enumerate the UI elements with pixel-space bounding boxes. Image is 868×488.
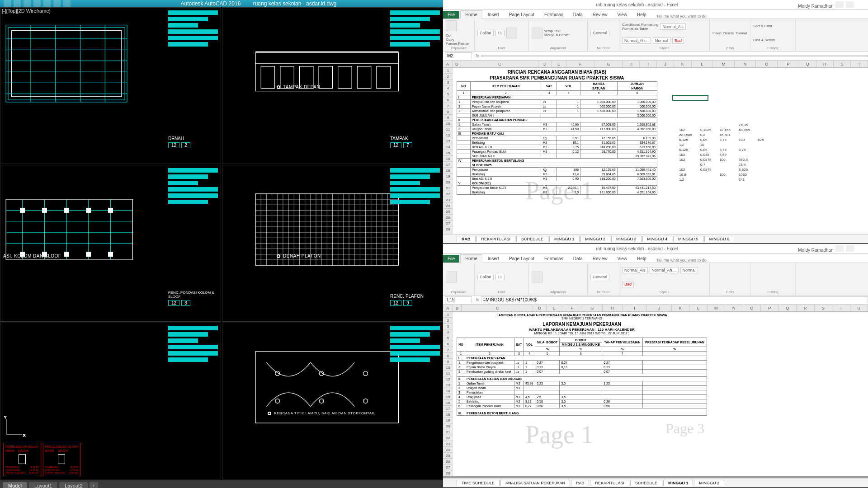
tab-review[interactable]: Review (588, 255, 612, 263)
svg-rect-0 (6, 25, 127, 102)
svg-rect-19 (319, 66, 332, 89)
sheet-tab[interactable]: SCHEDULE (630, 480, 662, 486)
tab-file[interactable]: File (443, 255, 459, 263)
paste-button[interactable] (446, 272, 457, 282)
drawing-panel-penulangan: PENULANGAN BALOK NAMABALOK TUMPUAN2 Ø 12… (0, 323, 221, 479)
sheet-tab[interactable]: RAB (457, 236, 476, 242)
redo-icon[interactable] (63, 0, 71, 7)
title-block (168, 326, 218, 464)
sheet-tabs: TIME SCHEDULEANALISA SATUAN PEKERJAANRAB… (443, 478, 868, 487)
svg-rect-37 (108, 208, 113, 212)
bold-button[interactable] (506, 28, 517, 38)
svg-text:X: X (23, 433, 26, 437)
minimize-icon[interactable] (835, 245, 844, 252)
title-block: RENC. PONDASI KOLOM & SLOOF 123 (168, 168, 218, 306)
drawing-panel-tampak: TAMPAK DEPAN TAMPAK 127 (222, 7, 443, 164)
drawing-panel-listrik: RENCANA TITIK LAMPU, SAKLAR DAN STOPKONT… (222, 323, 443, 479)
autocad-viewport[interactable]: [-][Top][2D Wireframe] DENAH 122 (0, 7, 443, 488)
svg-rect-35 (64, 208, 69, 212)
undo-icon[interactable] (53, 0, 61, 7)
svg-rect-1 (8, 27, 125, 100)
svg-point-91 (363, 399, 368, 403)
minimize-icon[interactable] (835, 1, 844, 8)
tab-review[interactable]: Review (588, 11, 612, 19)
ribbon-tabs: File Home Insert Page Layout Formulas Da… (443, 254, 868, 263)
tellme-search[interactable]: Tell me what you want to do (656, 258, 707, 263)
tab-layout1[interactable]: Layout1 (29, 482, 57, 488)
sheet-tab[interactable]: REKAPITULASI (590, 480, 629, 486)
maximize-icon[interactable] (846, 245, 854, 252)
svg-text:Y: Y (4, 416, 7, 419)
paste-button[interactable] (446, 20, 457, 31)
save-icon[interactable] (33, 0, 41, 7)
sheet-tab[interactable]: MINGGU 1 (549, 236, 580, 242)
tab-data[interactable]: Data (569, 11, 587, 19)
tab-insert[interactable]: Insert (483, 255, 504, 263)
sheet-grid[interactable]: ABCDEFGHIJKLMNOPQRST 1234567891011121314… (443, 61, 868, 234)
sheet-tab[interactable]: SCHEDULE (516, 236, 548, 242)
sheet-tab[interactable]: MINGGU 4 (642, 236, 673, 242)
sheet-tab[interactable]: MINGGU 2 (694, 480, 724, 486)
fx-icon[interactable]: fx (474, 53, 481, 58)
tab-file[interactable]: File (443, 11, 459, 19)
svg-point-88 (363, 371, 368, 375)
sheet-tab[interactable]: REKAPITULASI (476, 236, 516, 242)
tab-pagelayout[interactable]: Page Layout (505, 255, 539, 263)
new-icon[interactable] (14, 0, 21, 7)
svg-point-89 (275, 399, 280, 403)
tab-formulas[interactable]: Formulas (540, 11, 568, 19)
formula-input[interactable]: =MINGGU SK$7/4*100/K$ (481, 296, 868, 303)
svg-rect-41 (86, 252, 91, 257)
sheet-tab[interactable]: MINGGU 6 (704, 236, 735, 242)
svg-rect-20 (338, 66, 352, 89)
excel-titlebar: rab ruang kelas sekolah - asdarid - Exce… (443, 244, 868, 254)
tab-help[interactable]: Help (632, 255, 651, 263)
tab-help[interactable]: Help (632, 11, 651, 19)
align-icon[interactable] (532, 28, 542, 38)
close-icon[interactable] (856, 245, 864, 252)
tab-view[interactable]: View (613, 255, 632, 263)
tab-home[interactable]: Home (460, 10, 482, 19)
tab-data[interactable]: Data (569, 255, 587, 263)
sheet-tab[interactable]: ANALISA SATUAN PEKERJAAN (500, 480, 570, 486)
sheet-tab[interactable]: TIME SCHEDULE (457, 480, 500, 486)
sheet-tab[interactable]: MINGGU 5 (673, 236, 703, 242)
close-icon[interactable] (856, 1, 864, 8)
sheet-grid[interactable]: ABCDEFGHIJKLMNOPQRSTU 123456789101112131… (443, 305, 868, 478)
view-label: TAMPAK DEPAN (283, 84, 320, 89)
tab-layout2[interactable]: Layout2 (59, 482, 88, 488)
size-select[interactable]: 11 (495, 30, 505, 36)
active-cell (672, 95, 708, 101)
tab-formulas[interactable]: Formulas (540, 255, 568, 263)
name-box[interactable]: L19 (445, 296, 472, 303)
formula-input[interactable] (481, 55, 868, 57)
excel-titlebar: rab ruang kelas sekolah - asdarid - Exce… (443, 0, 868, 10)
sheet-tab[interactable]: RAB (571, 480, 590, 486)
sheet-tabs: RABREKAPITULASISCHEDULEMINGGU 1MINGGU 2M… (443, 234, 868, 243)
tab-insert[interactable]: Insert (483, 11, 504, 19)
sheet-tab[interactable]: MINGGU 3 (611, 236, 642, 242)
fx-icon[interactable]: fx (474, 297, 481, 302)
sheet-tab[interactable]: MINGGU 2 (580, 236, 611, 242)
font-select[interactable]: Calibri (477, 30, 494, 36)
tab-model[interactable]: Model (3, 482, 27, 488)
maximize-icon[interactable] (846, 1, 854, 8)
title-block: RENC. PLAFON 129 (390, 168, 440, 306)
title-block: DENAH 122 (168, 10, 218, 148)
app-menu-icon[interactable] (4, 0, 11, 7)
tab-pagelayout[interactable]: Page Layout (505, 11, 539, 19)
tellme-search[interactable]: Tell me what you want to do (656, 14, 707, 19)
tab-home[interactable]: Home (460, 254, 482, 263)
name-box[interactable]: M2 (445, 52, 472, 59)
quick-access-toolbar (0, 0, 74, 7)
sheet-tab[interactable]: MINGGU 1 (663, 480, 693, 486)
open-icon[interactable] (24, 0, 31, 7)
title-block: TAMPAK 127 (390, 10, 440, 148)
print-icon[interactable] (43, 0, 51, 7)
layout-tabs: Model Layout1 Layout2 + (0, 480, 443, 488)
penulangan-balok-table: PENULANGAN BALOK NAMABALOK TUMPUAN2 Ø 12… (3, 443, 41, 476)
autocad-window: Autodesk AutoCAD 2016 ruang kelas sekola… (0, 0, 443, 488)
ribbon: CutCopyFormat Painter Clipboard Calibri … (443, 19, 868, 52)
tab-view[interactable]: View (613, 11, 632, 19)
tab-add[interactable]: + (90, 482, 98, 488)
